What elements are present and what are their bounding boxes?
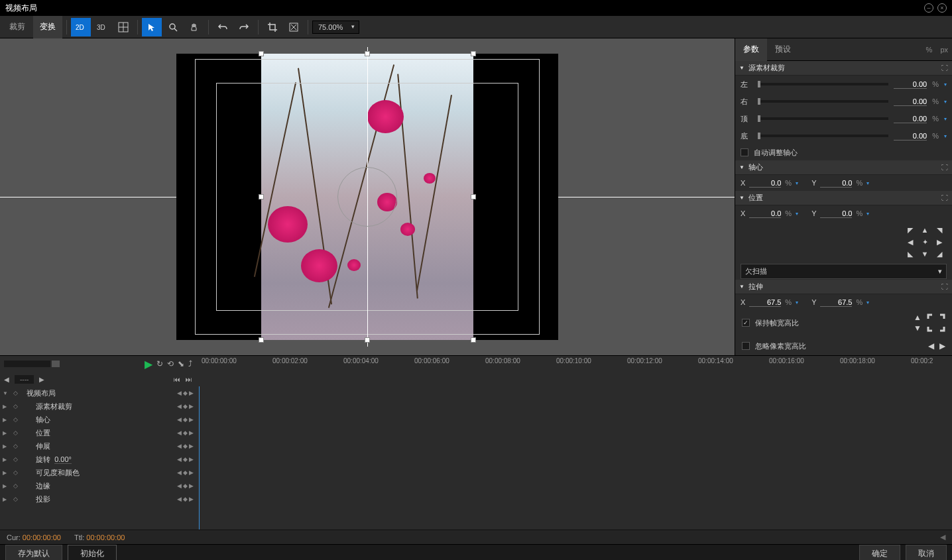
section-source-crop[interactable]: ▼ 源素材裁剪 ⛶ [735, 61, 952, 76]
play-button-icon[interactable]: ▶ [145, 358, 152, 370]
crop-bottom-value[interactable]: 0.00 [894, 132, 927, 140]
stretch-v-down-icon[interactable]: ▼ [914, 323, 922, 333]
stretch-x-value[interactable]: 67.5 [749, 298, 781, 307]
center-pivot-icon[interactable] [337, 167, 397, 227]
tab-presets[interactable]: 预设 [767, 38, 799, 61]
track-pivot[interactable]: ▶ ◇ 轴心 ◀◆▶ [0, 413, 196, 426]
track-edge[interactable]: ▶ ◇ 边缘 ◀◆▶ [0, 479, 196, 492]
chevron-right-icon[interactable]: ▶ [3, 470, 11, 476]
go-end-icon[interactable]: ⏭ [186, 376, 192, 383]
kf-next-icon[interactable]: ▶ [189, 390, 194, 396]
expand-icon[interactable]: ⛶ [941, 164, 948, 171]
curve-linear-icon[interactable]: ⬊ [178, 359, 184, 368]
redo-icon[interactable] [234, 18, 254, 36]
stepper-icon[interactable]: ▾ [866, 180, 869, 186]
chevron-right-icon[interactable]: ▶ [3, 443, 11, 449]
crop-left-value[interactable]: 0.00 [894, 80, 927, 89]
section-position[interactable]: ▼ 位置 ⛶ [735, 191, 952, 205]
resize-handle[interactable] [259, 337, 264, 343]
stretch-h-left-icon[interactable]: ◀ [928, 341, 934, 351]
nudge-downright-icon[interactable]: ◢ [933, 249, 945, 258]
position-y-value[interactable]: 0.0 [820, 209, 852, 218]
resize-handle[interactable] [365, 337, 370, 343]
go-start-icon[interactable]: ⏮ [174, 376, 180, 383]
resize-handle[interactable] [365, 51, 370, 56]
stretch-v-up-icon[interactable]: ▲ [914, 313, 922, 322]
keyframe-icon[interactable]: ◇ [13, 482, 21, 489]
undo-icon[interactable] [213, 18, 233, 36]
keyframe-icon[interactable]: ◇ [13, 496, 21, 502]
keyframe-icon[interactable]: ◇ [13, 429, 21, 436]
chevron-right-icon[interactable]: ▶ [3, 430, 11, 436]
stepper-icon[interactable]: ▾ [796, 211, 798, 217]
crop-bottom-slider[interactable] [758, 135, 888, 137]
crop-right-slider[interactable] [758, 100, 888, 103]
reset-crop-icon[interactable] [284, 18, 304, 36]
keep-aspect-checkbox[interactable]: ✓ [742, 319, 750, 327]
scroll-left-icon[interactable]: ◀ [940, 533, 945, 541]
hand-pan-icon[interactable] [184, 18, 204, 36]
curve-bezier-icon[interactable]: ⤴ [188, 359, 192, 368]
timeline-ruler[interactable]: 00:00:00:0000:00:02:0000:00:04:0000:00:0… [196, 356, 952, 372]
unit-percent[interactable]: % [922, 46, 937, 54]
track-lanes[interactable] [196, 386, 952, 530]
expand-icon[interactable]: ⛶ [941, 194, 948, 201]
nudge-upleft-icon[interactable]: ◤ [904, 225, 916, 235]
stepper-icon[interactable]: ▾ [944, 99, 947, 105]
track-shadow[interactable]: ▶ ◇ 投影 ◀◆▶ [0, 492, 196, 506]
chevron-down-icon[interactable]: ▼ [3, 390, 11, 396]
chevron-right-icon[interactable]: ▶ [3, 404, 11, 410]
section-stretch[interactable]: ▼ 拉伸 ⛶ [735, 280, 952, 294]
position-x-value[interactable]: 0.0 [749, 209, 781, 218]
underscan-select[interactable]: 欠扫描 ▾ [741, 264, 947, 279]
rotate-value[interactable]: 0.00° [54, 455, 72, 464]
nudge-down-icon[interactable]: ▼ [919, 249, 931, 258]
canvas-frame[interactable] [176, 54, 558, 340]
playhead[interactable] [199, 386, 200, 530]
cancel-button[interactable]: 取消 [906, 545, 947, 560]
select-arrow-icon[interactable] [142, 18, 162, 36]
tab-transform[interactable]: 变换 [33, 16, 62, 38]
chevron-right-icon[interactable]: ▶ [3, 417, 11, 423]
nudge-right-icon[interactable]: ▶ [933, 237, 945, 247]
track-position[interactable]: ▶ ◇ 位置 ◀◆▶ [0, 426, 196, 439]
loop-icon[interactable]: ↻ [156, 359, 163, 368]
pivot-x-value[interactable]: 0.0 [749, 179, 781, 188]
track-root[interactable]: ▼ ◇ 视频布局 ◀◆▶ [0, 386, 196, 400]
stepper-icon[interactable]: ▾ [866, 300, 869, 306]
minimize-icon[interactable]: – [924, 3, 933, 13]
stepper-icon[interactable]: ▾ [944, 133, 947, 139]
nudge-center-icon[interactable]: ✦ [919, 237, 931, 247]
initialize-button[interactable]: 初始化 [68, 545, 117, 560]
chevron-right-icon[interactable]: ▶ [3, 496, 11, 502]
resize-handle[interactable] [471, 337, 476, 343]
ok-button[interactable]: 确定 [859, 545, 900, 560]
zoom-select[interactable]: 75.00% [312, 21, 359, 34]
nudge-upright-icon[interactable]: ◥ [933, 225, 945, 235]
keyframe-icon[interactable]: ◇ [13, 469, 21, 476]
stepper-icon[interactable]: ▾ [944, 116, 947, 122]
tab-crop[interactable]: 裁剪 [3, 16, 32, 38]
preview-viewport[interactable] [0, 38, 735, 355]
pivot-y-value[interactable]: 0.0 [820, 179, 852, 188]
mode-3d-icon[interactable]: 3D [92, 18, 112, 36]
track-crop[interactable]: ▶ ◇ 源素材裁剪 ◀◆▶ [0, 400, 196, 413]
kf-add-icon[interactable]: ◆ [183, 390, 188, 396]
track-visibility[interactable]: ▶ ◇ 可见度和颜色 ◀◆▶ [0, 466, 196, 479]
nudge-left-icon[interactable]: ◀ [904, 237, 916, 247]
chevron-right-icon[interactable]: ▶ [3, 457, 11, 463]
kf-prev-icon[interactable]: ◀ [177, 390, 182, 396]
stretch-y-value[interactable]: 67.5 [820, 298, 852, 307]
keyframe-icon[interactable]: ◇ [13, 403, 21, 410]
zoom-slider[interactable] [4, 361, 50, 367]
fps-display[interactable]: ---- [15, 375, 34, 384]
zoom-icon[interactable] [163, 18, 183, 36]
track-stretch[interactable]: ▶ ◇ 伸展 ◀◆▶ [0, 439, 196, 453]
grid-icon[interactable] [113, 18, 133, 36]
crop-right-value[interactable]: 0.00 [894, 97, 927, 106]
ignore-par-checkbox[interactable] [742, 342, 750, 350]
resize-handle[interactable] [471, 51, 476, 56]
keyframe-icon[interactable]: ◇ [13, 416, 21, 423]
prev-frame-icon[interactable]: ◀ [4, 376, 9, 383]
resize-handle[interactable] [471, 194, 476, 199]
